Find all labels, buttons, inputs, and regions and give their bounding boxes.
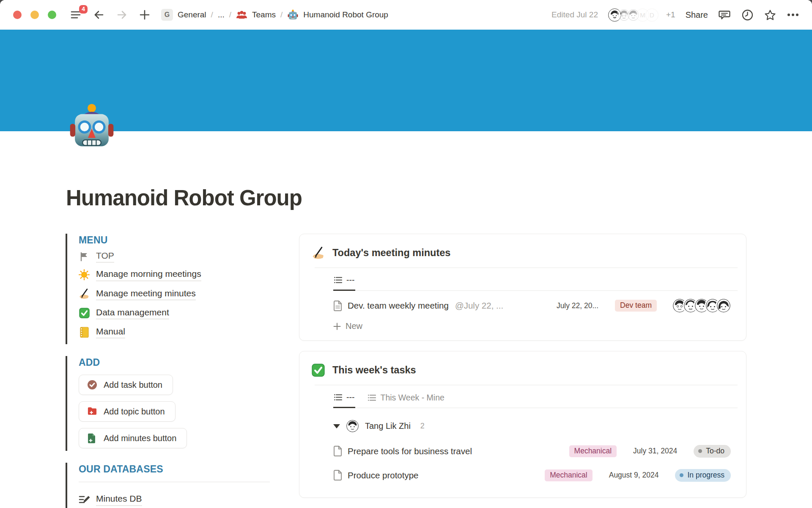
updates-button[interactable] — [741, 8, 754, 21]
task-rows: Prepare tools for business travel Mechan… — [299, 435, 746, 497]
new-button-label: New — [346, 321, 362, 331]
share-button[interactable]: Share — [686, 10, 708, 20]
divider — [79, 482, 270, 482]
weekly-tasks-card-header: This week's tasks — [299, 351, 746, 385]
add-topic-button[interactable]: Add topic button — [79, 401, 176, 422]
database-item-label: Minutes DB — [96, 493, 142, 505]
meeting-row[interactable]: Dev. team weekly meeting @July 22, ... J… — [333, 293, 731, 318]
page-robot-icon[interactable] — [68, 103, 116, 151]
attendee-avatars — [672, 298, 731, 313]
page-cover[interactable] — [0, 30, 812, 131]
meeting-date-mention: @July 22, ... — [455, 301, 503, 311]
close-button[interactable] — [13, 11, 22, 19]
assignee-name[interactable]: Tang Lik Zhi — [365, 421, 411, 431]
menu-item-label: Manage morning meetings — [96, 268, 201, 281]
workspace-badge[interactable]: G — [161, 9, 173, 21]
breadcrumb-teams[interactable]: Teams — [252, 10, 276, 19]
add-minutes-button[interactable]: Add minutes button — [79, 428, 187, 448]
assignee-avatar — [346, 420, 359, 432]
breadcrumb-workspace[interactable]: General — [178, 10, 206, 19]
meeting-title: Dev. team weekly meeting — [348, 301, 449, 311]
status-label: To-do — [706, 447, 724, 456]
left-column: MENU TOP Manage morning meetings — [66, 234, 269, 508]
view-tab[interactable]: This Week - Mine — [367, 385, 445, 408]
minimize-button[interactable] — [30, 11, 39, 19]
database-item-minutes-db[interactable]: Minutes DB — [79, 493, 142, 505]
document-icon — [333, 301, 342, 311]
nav-controls: 4 — [70, 8, 151, 21]
check-mark-icon — [79, 307, 90, 318]
list-view-icon — [334, 394, 342, 401]
view-tab[interactable]: --- — [333, 385, 355, 408]
meeting-minutes-rows: Dev. team weekly meeting @July 22, ... J… — [299, 291, 746, 340]
menu-item-top[interactable]: TOP — [79, 248, 114, 265]
menu-section: MENU TOP Manage morning meetings — [66, 234, 269, 344]
sun-icon — [79, 269, 90, 280]
meeting-minutes-view-tabs: --- — [333, 268, 738, 291]
add-task-button[interactable]: Add task button — [79, 375, 173, 395]
menu-item-data-management[interactable]: Data management — [79, 304, 169, 323]
view-tab[interactable]: --- — [333, 268, 355, 291]
menu-item-manual[interactable]: Manual — [79, 323, 125, 342]
card-title: Today's meeting minutes — [332, 247, 450, 259]
comments-button[interactable] — [718, 8, 731, 21]
menu-heading: MENU — [79, 235, 269, 246]
team-tag: Dev team — [615, 300, 657, 312]
databases-heading: OUR DATABASES — [79, 464, 269, 475]
document-icon — [333, 470, 342, 480]
menu-item-morning-meetings[interactable]: Manage morning meetings — [79, 265, 201, 284]
zoom-button[interactable] — [48, 11, 56, 19]
menu-item-label: Manual — [96, 326, 125, 338]
right-column: Today's meeting minutes --- — [299, 234, 746, 508]
status-dot-icon — [698, 449, 702, 453]
robot-page-icon — [287, 9, 299, 21]
avatar-initial-d: D — [645, 8, 658, 22]
new-meeting-button[interactable]: New — [333, 318, 731, 338]
breadcrumb-ellipsis[interactable]: ... — [218, 10, 225, 19]
topic-folder-icon — [87, 406, 97, 417]
more-options-button[interactable] — [787, 8, 799, 21]
teams-people-icon — [236, 10, 247, 19]
document-icon — [333, 446, 342, 456]
task-title: Prepare tools for business travel — [348, 446, 472, 456]
status-label: In progress — [687, 471, 724, 480]
forward-button[interactable] — [115, 8, 128, 21]
task-row[interactable]: Produce prototype Mechanical August 9, 2… — [333, 463, 731, 487]
category-tag: Mechanical — [569, 445, 617, 457]
avatar — [716, 298, 731, 313]
weekly-tasks-card: This week's tasks --- This Week - — [299, 351, 746, 498]
menu-item-label: Data management — [96, 307, 169, 319]
viewer-avatar-stack[interactable]: M D — [608, 8, 658, 22]
menu-item-label: Manage meeting minutes — [96, 288, 196, 300]
assignee-group-row: Tang Lik Zhi 2 — [299, 408, 746, 435]
check-mark-icon — [312, 364, 325, 377]
due-date: July 31, 2024 — [633, 447, 677, 456]
new-page-button[interactable] — [138, 8, 151, 21]
add-section: ADD Add task button Add topic button — [66, 356, 269, 451]
comment-bubble-icon — [719, 9, 730, 20]
writing-hand-icon — [79, 288, 90, 299]
task-row[interactable]: Prepare tools for business travel Mechan… — [333, 439, 731, 463]
breadcrumb: G General / ... / Teams / Humanoid Robot… — [161, 9, 388, 21]
task-check-icon — [87, 380, 97, 390]
flag-icon — [79, 251, 90, 262]
clock-icon — [742, 9, 753, 21]
list-view-icon — [334, 276, 342, 284]
meeting-date: July 22, 20... — [557, 301, 598, 310]
meeting-minutes-card: Today's meeting minutes --- — [299, 234, 746, 341]
favorite-button[interactable] — [764, 8, 776, 21]
sidebar-toggle-button[interactable]: 4 — [70, 8, 82, 21]
plus-icon — [140, 10, 150, 20]
collapse-triangle-icon[interactable] — [333, 424, 340, 428]
status-badge: In progress — [675, 469, 731, 482]
avatar-overflow-count[interactable]: +1 — [666, 10, 675, 19]
add-heading: ADD — [79, 357, 269, 368]
ledger-icon — [79, 327, 90, 338]
back-button[interactable] — [93, 8, 105, 21]
menu-item-meeting-minutes[interactable]: Manage meeting minutes — [79, 284, 196, 304]
breadcrumb-page[interactable]: Humanoid Robot Group — [303, 10, 388, 19]
edited-timestamp[interactable]: Edited Jul 22 — [551, 10, 598, 19]
view-tab-label: --- — [346, 392, 354, 402]
add-topic-label: Add topic button — [104, 407, 165, 417]
plus-icon — [333, 323, 341, 330]
